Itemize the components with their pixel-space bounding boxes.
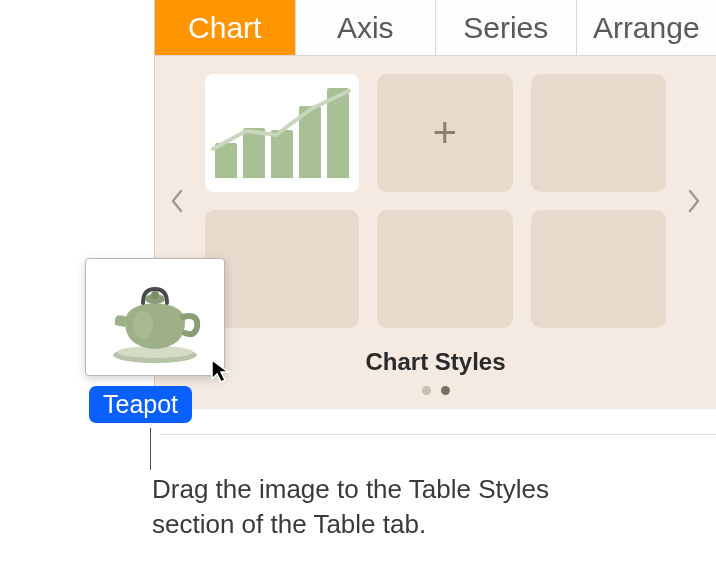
styles-next-button[interactable] bbox=[680, 189, 708, 213]
style-slot-empty[interactable] bbox=[377, 210, 513, 328]
svg-point-4 bbox=[133, 311, 153, 339]
styles-prev-button[interactable] bbox=[163, 189, 191, 213]
style-slot-empty[interactable] bbox=[531, 210, 667, 328]
styles-section-title: Chart Styles bbox=[155, 348, 716, 376]
tab-arrange[interactable]: Arrange bbox=[577, 0, 717, 55]
styles-page-dots bbox=[155, 386, 716, 395]
page-dot[interactable] bbox=[422, 386, 431, 395]
chevron-right-icon bbox=[687, 189, 701, 213]
style-preset-barchart[interactable] bbox=[205, 74, 359, 192]
tab-axis[interactable]: Axis bbox=[296, 0, 437, 55]
cursor-icon bbox=[208, 357, 236, 385]
callout-connector bbox=[150, 428, 151, 470]
tab-chart[interactable]: Chart bbox=[155, 0, 296, 55]
styles-grid: + bbox=[191, 74, 680, 328]
bar-chart-icon bbox=[215, 88, 349, 178]
plus-icon: + bbox=[432, 109, 457, 157]
dragged-thumbnail bbox=[85, 258, 225, 376]
format-tabbar: Chart Axis Series Arrange bbox=[155, 0, 716, 56]
styles-carousel: + bbox=[155, 74, 716, 328]
format-panel: Chart Axis Series Arrange bbox=[155, 0, 716, 409]
chevron-left-icon bbox=[170, 189, 184, 213]
callout-caption: Drag the image to the Table Styles secti… bbox=[152, 472, 582, 542]
style-add-button[interactable]: + bbox=[377, 74, 513, 192]
dragged-item-label: Teapot bbox=[89, 386, 192, 423]
style-slot-empty[interactable] bbox=[531, 74, 667, 192]
teapot-icon bbox=[95, 267, 215, 367]
chart-styles-section: + Chart Styles bbox=[155, 56, 716, 409]
dragged-image-item[interactable]: Teapot bbox=[85, 258, 230, 423]
svg-point-3 bbox=[151, 291, 159, 299]
page-dot-active[interactable] bbox=[441, 386, 450, 395]
tab-series[interactable]: Series bbox=[436, 0, 577, 55]
divider bbox=[160, 434, 716, 435]
